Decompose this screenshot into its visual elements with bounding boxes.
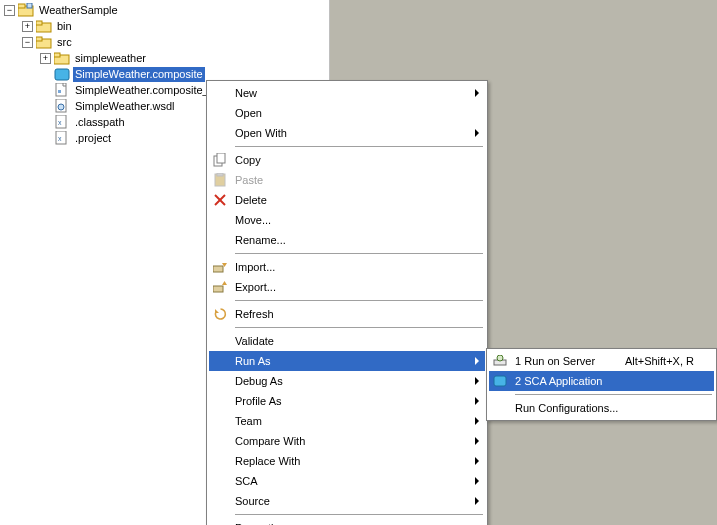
submenu-arrow-icon <box>475 477 479 485</box>
menu-item-profile-as[interactable]: Profile As <box>209 391 485 411</box>
tree-label: src <box>55 35 74 50</box>
svg-rect-6 <box>36 37 42 41</box>
spacer <box>40 133 51 144</box>
svg-rect-9 <box>55 69 69 80</box>
xml-file-icon: x <box>54 131 70 146</box>
tree-node-package[interactable]: + simpleweather <box>0 50 329 66</box>
svg-point-27 <box>497 355 503 361</box>
menu-item-new[interactable]: New <box>209 83 485 103</box>
keyboard-shortcut: Alt+Shift+X, R <box>601 355 694 367</box>
svg-point-13 <box>58 104 64 110</box>
folder-icon <box>36 19 52 34</box>
collapse-icon[interactable]: − <box>4 5 15 16</box>
collapse-icon[interactable]: − <box>22 37 33 48</box>
run-as-submenu[interactable]: 1 Run on Server Alt+Shift+X, R 2 SCA App… <box>486 348 717 421</box>
submenu-item-sca-application[interactable]: 2 SCA Application <box>489 371 714 391</box>
menu-item-source[interactable]: Source <box>209 491 485 511</box>
wsdl-file-icon <box>54 99 70 114</box>
menu-item-run-as[interactable]: Run As <box>209 351 485 371</box>
menu-item-properties[interactable]: Properties <box>209 518 485 525</box>
submenu-arrow-icon <box>475 457 479 465</box>
svg-rect-11 <box>58 90 61 93</box>
submenu-item-run-configurations[interactable]: Run Configurations... <box>489 398 714 418</box>
spacer <box>40 69 51 80</box>
svg-rect-10 <box>56 83 66 96</box>
tree-label: SimpleWeather.composite <box>73 67 205 82</box>
xml-file-icon: x <box>54 115 70 130</box>
tree-label: .classpath <box>73 115 127 130</box>
menu-item-sca[interactable]: SCA <box>209 471 485 491</box>
menu-separator <box>235 514 483 515</box>
spacer <box>40 85 51 96</box>
menu-item-move[interactable]: Move... <box>209 210 485 230</box>
tree-label: WeatherSample <box>37 3 120 18</box>
menu-item-validate[interactable]: Validate <box>209 331 485 351</box>
svg-rect-24 <box>213 266 223 272</box>
composite-file-icon <box>54 67 70 82</box>
submenu-arrow-icon <box>475 497 479 505</box>
menu-item-export[interactable]: Export... <box>209 277 485 297</box>
paste-icon <box>209 170 231 190</box>
tree-node-src[interactable]: − src <box>0 34 329 50</box>
tree-label: bin <box>55 19 74 34</box>
submenu-arrow-icon <box>475 377 479 385</box>
tree-label: SimpleWeather.wsdl <box>73 99 176 114</box>
file-icon <box>54 83 70 98</box>
menu-item-open-with[interactable]: Open With <box>209 123 485 143</box>
submenu-arrow-icon <box>475 397 479 405</box>
menu-item-refresh[interactable]: Refresh <box>209 304 485 324</box>
delete-icon <box>209 190 231 210</box>
context-menu[interactable]: New Open Open With Copy Paste Delete Mov… <box>206 80 488 525</box>
refresh-icon <box>209 304 231 324</box>
tree-label: simpleweather <box>73 51 148 66</box>
spacer <box>40 117 51 128</box>
menu-item-compare-with[interactable]: Compare With <box>209 431 485 451</box>
menu-item-delete[interactable]: Delete <box>209 190 485 210</box>
svg-rect-8 <box>54 53 60 57</box>
svg-text:x: x <box>58 119 62 126</box>
submenu-arrow-icon <box>475 437 479 445</box>
tree-label: SimpleWeather.composite_ <box>73 83 211 98</box>
tree-node-bin[interactable]: + bin <box>0 18 329 34</box>
menu-separator <box>235 146 483 147</box>
sca-app-icon <box>489 371 511 391</box>
svg-text:x: x <box>58 135 62 142</box>
copy-icon <box>209 150 231 170</box>
menu-item-rename[interactable]: Rename... <box>209 230 485 250</box>
svg-rect-1 <box>18 4 25 8</box>
import-icon <box>209 257 231 277</box>
menu-separator <box>235 253 483 254</box>
export-icon <box>209 277 231 297</box>
tree-node-project-root[interactable]: − WeatherSample <box>0 2 329 18</box>
svg-rect-4 <box>36 21 42 25</box>
menu-item-open[interactable]: Open <box>209 103 485 123</box>
folder-icon <box>54 51 70 66</box>
menu-item-debug-as[interactable]: Debug As <box>209 371 485 391</box>
svg-rect-19 <box>217 153 225 163</box>
svg-rect-2 <box>27 3 32 8</box>
submenu-arrow-icon <box>475 357 479 365</box>
submenu-arrow-icon <box>475 417 479 425</box>
menu-item-copy[interactable]: Copy <box>209 150 485 170</box>
menu-item-paste: Paste <box>209 170 485 190</box>
submenu-arrow-icon <box>475 89 479 97</box>
menu-separator <box>515 394 712 395</box>
project-folder-icon <box>18 3 34 18</box>
spacer <box>40 101 51 112</box>
menu-item-team[interactable]: Team <box>209 411 485 431</box>
menu-separator <box>235 300 483 301</box>
folder-icon <box>36 35 52 50</box>
svg-rect-21 <box>217 173 223 176</box>
menu-item-import[interactable]: Import... <box>209 257 485 277</box>
svg-rect-28 <box>494 376 506 386</box>
expand-icon[interactable]: + <box>22 21 33 32</box>
menu-separator <box>235 327 483 328</box>
menu-item-replace-with[interactable]: Replace With <box>209 451 485 471</box>
server-icon <box>489 351 511 371</box>
svg-rect-25 <box>213 286 223 292</box>
submenu-arrow-icon <box>475 129 479 137</box>
expand-icon[interactable]: + <box>40 53 51 64</box>
tree-label: .project <box>73 131 113 146</box>
submenu-item-run-on-server[interactable]: 1 Run on Server Alt+Shift+X, R <box>489 351 714 371</box>
